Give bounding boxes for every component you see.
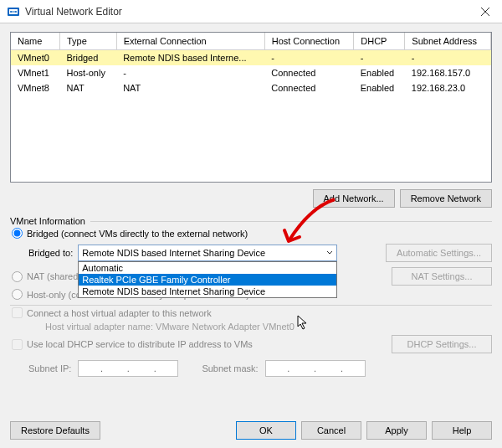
use-dhcp-checkbox [12,339,23,350]
title-bar: Virtual Network Editor [0,0,502,23]
table-row[interactable]: VMnet1Host-only-ConnectedEnabled192.168.… [11,65,491,80]
remove-network-button[interactable]: Remove Network [400,189,492,208]
cell-host: Connected [264,80,354,95]
use-dhcp-row[interactable]: Use local DHCP service to distribute IP … [10,337,253,352]
network-table[interactable]: NameTypeExternal ConnectionHost Connecti… [10,32,492,183]
cell-type: Bridged [59,50,116,66]
cell-dhcp: - [354,50,405,66]
host-adapter-name: Host virtual adapter name: VMware Networ… [10,320,492,333]
bridged-radio[interactable] [12,228,23,239]
cell-host: - [264,50,354,66]
cell-subnet: 192.168.157.0 [405,65,491,80]
vmnet-info-legend: VMnet Information [10,216,85,226]
bridged-radio-label: Bridged (connect VMs directly to the ext… [27,229,248,239]
column-header[interactable]: Type [59,33,116,50]
use-dhcp-label: Use local DHCP service to distribute IP … [27,339,253,349]
dropdown-selected-text: Remote NDIS based Internet Sharing Devic… [82,248,265,258]
table-row[interactable]: VMnet0BridgedRemote NDIS based Interne..… [11,50,491,66]
cell-name: VMnet8 [11,80,59,95]
bridged-to-label: Bridged to: [28,248,73,258]
table-row[interactable]: VMnet8NATNATConnectedEnabled192.168.23.0 [11,80,491,95]
cell-ext: Remote NDIS based Interne... [116,50,264,66]
connect-host-adapter-label: Connect a host virtual adapter to this n… [27,308,212,318]
nat-radio[interactable] [12,271,23,282]
dialog-footer: Restore Defaults OK Cancel Apply Help [10,421,492,440]
cell-ext: - [116,65,264,80]
dialog-content: NameTypeExternal ConnectionHost Connecti… [0,23,502,448]
nat-settings-button: NAT Settings... [392,267,492,286]
nat-radio-label: NAT (shared [27,271,78,281]
cell-dhcp: Enabled [354,65,405,80]
nat-radio-row[interactable]: NAT (shared [10,270,78,284]
bridged-radio-row[interactable]: Bridged (connect VMs directly to the ext… [10,226,492,240]
subnet-mask-input: . . . [265,360,366,377]
subnet-mask-label: Subnet mask: [202,363,258,373]
help-button[interactable]: Help [432,421,492,440]
add-network-button[interactable]: Add Network... [313,189,395,208]
dhcp-settings-button: DHCP Settings... [392,335,492,353]
cell-host: Connected [264,65,354,80]
column-header[interactable]: External Connection [116,33,264,50]
connect-host-adapter-row[interactable]: Connect a host virtual adapter to this n… [10,306,492,320]
cell-type: Host-only [59,65,116,80]
restore-defaults-button[interactable]: Restore Defaults [10,421,100,440]
connect-host-adapter-checkbox [12,307,23,318]
cell-name: VMnet0 [11,50,59,66]
column-header[interactable]: Host Connection [264,33,354,50]
automatic-settings-button: Automatic Settings... [386,244,492,262]
cell-ext: NAT [116,80,264,95]
subnet-ip-input: . . . [78,360,178,377]
window-title: Virtual Network Editor [25,6,469,18]
bridged-to-dropdown[interactable]: Remote NDIS based Internet Sharing Devic… [78,245,337,261]
close-button[interactable] [469,0,502,23]
cell-subnet: - [405,50,491,66]
ok-button[interactable]: OK [236,421,296,440]
column-header[interactable]: DHCP [354,33,405,50]
column-header[interactable]: Name [11,33,59,50]
dropdown-options-list[interactable]: AutomaticRealtek PCIe GBE Family Control… [78,261,337,298]
cell-dhcp: Enabled [354,80,405,95]
cancel-button[interactable]: Cancel [301,421,361,440]
cell-name: VMnet1 [11,65,59,80]
chevron-down-icon [326,248,333,258]
hostonly-radio[interactable] [12,289,23,300]
subnet-ip-label: Subnet IP: [28,363,71,373]
column-header[interactable]: Subnet Address [405,33,491,50]
apply-button[interactable]: Apply [366,421,427,440]
app-icon [7,5,20,18]
dropdown-option[interactable]: Automatic [79,262,336,274]
dropdown-option[interactable]: Realtek PCIe GBE Family Controller [79,274,336,286]
dropdown-option[interactable]: Remote NDIS based Internet Sharing Devic… [79,286,336,297]
cell-type: NAT [59,80,116,95]
cell-subnet: 192.168.23.0 [405,80,491,95]
